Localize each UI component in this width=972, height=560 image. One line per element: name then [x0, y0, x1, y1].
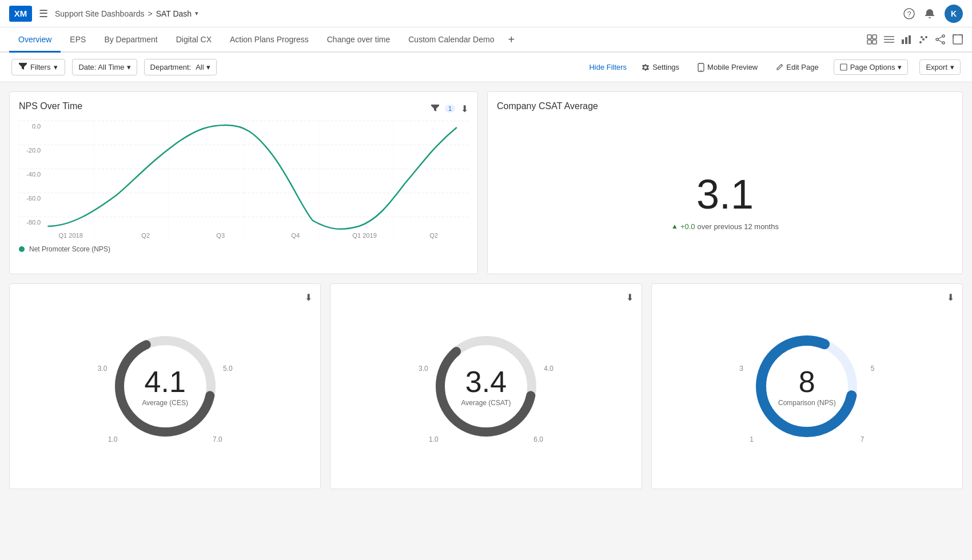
csat-change: ▲ +0.0 over previous 12 months: [671, 222, 779, 231]
settings-button[interactable]: Settings: [638, 61, 683, 74]
breadcrumb-separator: >: [148, 9, 152, 18]
list-icon[interactable]: [884, 35, 894, 43]
breadcrumb-parent[interactable]: Support Site Dashboards: [55, 9, 144, 18]
bottom-row: ⬇ 3.0 5.0 1.0 7.0 4.1 Av: [9, 283, 963, 489]
hide-filters-button[interactable]: Hide Filters: [589, 63, 627, 71]
share-icon[interactable]: [935, 34, 946, 45]
svg-text:-20.0: -20.0: [26, 147, 41, 154]
ces-tick-right: 5.0: [223, 365, 233, 373]
svg-point-16: [942, 35, 945, 37]
help-icon[interactable]: ?: [903, 8, 915, 19]
svg-text:Q1 2019: Q1 2019: [352, 232, 376, 239]
svg-text:?: ?: [907, 10, 911, 18]
edit-page-label: Edit Page: [786, 63, 818, 71]
filter-bar: Filters ▾ Date: All Time ▾ Department: A…: [0, 53, 972, 82]
export-button[interactable]: Export ▾: [919, 59, 961, 75]
nps-chart: 0.0 -20.0 -40.0 -60.0 -80.0 Q1 2018 Q2 Q…: [19, 121, 468, 241]
department-filter-value: All: [196, 63, 204, 71]
breadcrumb: Support Site Dashboards > SAT Dash ▾: [55, 9, 198, 18]
svg-rect-11: [909, 35, 911, 44]
ces-label: Average (CES): [142, 399, 188, 407]
department-filter-label: Department:: [150, 63, 192, 71]
csat-gauge-download-icon[interactable]: ⬇: [626, 292, 634, 303]
tab-by-department[interactable]: By Department: [95, 27, 166, 53]
filters-label: Filters: [30, 63, 50, 71]
main-content: NPS Over Time 1 ⬇: [0, 82, 972, 560]
tab-overview[interactable]: Overview: [9, 27, 61, 53]
nps-widget-header: NPS Over Time 1 ⬇: [19, 101, 468, 116]
ces-download-icon[interactable]: ⬇: [305, 292, 312, 303]
tab-change-over-time[interactable]: Change over time: [318, 27, 400, 53]
svg-point-13: [922, 38, 925, 41]
csat-up-icon: ▲: [671, 222, 678, 230]
nps-download-icon[interactable]: ⬇: [461, 103, 468, 114]
tab-digital-cx[interactable]: Digital CX: [167, 27, 221, 53]
svg-text:-40.0: -40.0: [26, 171, 41, 178]
avatar: K: [945, 5, 963, 23]
tab-bar: Overview EPS By Department Digital CX Ac…: [0, 27, 972, 53]
svg-rect-24: [840, 64, 847, 70]
csat-widget-title: Company CSAT Average: [497, 101, 598, 111]
svg-text:-60.0: -60.0: [26, 195, 41, 202]
date-filter[interactable]: Date: All Time ▾: [72, 59, 137, 75]
nps-widget-title: NPS Over Time: [19, 101, 82, 111]
date-chevron-icon: ▾: [127, 63, 131, 71]
nps-legend: Net Promoter Score (NPS): [19, 245, 468, 253]
svg-point-12: [919, 41, 922, 43]
ces-tick-left: 3.0: [98, 365, 107, 373]
department-chevron-icon: ▾: [206, 63, 210, 71]
csat-change-suffix: over previous 12 months: [698, 222, 779, 231]
svg-rect-9: [902, 39, 904, 44]
svg-text:Q2: Q2: [141, 232, 150, 239]
xm-logo: XM: [9, 6, 32, 22]
dashboard-grid-icon[interactable]: [867, 34, 877, 45]
nps-legend-dot: [19, 246, 25, 252]
svg-rect-2: [867, 35, 871, 39]
page-options-button[interactable]: Page Options ▾: [834, 59, 909, 75]
tab-custom-calendar[interactable]: Custom Calendar Demo: [399, 27, 503, 53]
nps-legend-label: Net Promoter Score (NPS): [29, 245, 110, 253]
export-chevron-icon: ▾: [950, 63, 954, 71]
csat-average-widget: Company CSAT Average 3.1 ▲ +0.0 over pre…: [487, 91, 963, 274]
tab-eps[interactable]: EPS: [61, 27, 95, 53]
scatter-icon[interactable]: [918, 34, 929, 45]
department-filter[interactable]: Department: All ▾: [144, 59, 217, 75]
filter-icon: [19, 63, 27, 71]
nav-icons: ? K: [903, 5, 963, 23]
svg-text:Q3: Q3: [216, 232, 225, 239]
svg-text:0.0: 0.0: [32, 123, 41, 130]
export-label: Export: [926, 63, 947, 71]
csat-gauge-widget: ⬇ 3.0 4.0 1.0 6.0 3.4 Average (CSAT): [330, 283, 642, 489]
breadcrumb-current[interactable]: SAT Dash: [156, 9, 192, 18]
mobile-preview-button[interactable]: Mobile Preview: [694, 61, 761, 74]
nps-gauge-tick-right: 5: [871, 365, 875, 373]
nps-gauge-min: 1: [750, 435, 754, 443]
top-nav: XM ☰ Support Site Dashboards > SAT Dash …: [0, 0, 972, 27]
svg-point-15: [921, 36, 923, 38]
nps-filter-count: 1: [445, 105, 455, 113]
nps-header-icons: 1 ⬇: [431, 103, 468, 114]
svg-rect-10: [905, 37, 907, 44]
hamburger-menu[interactable]: ☰: [39, 7, 48, 20]
nps-comparison-gauge: 3 5 1 7 8 Comparison (NPS): [744, 323, 870, 449]
bar-chart-icon[interactable]: [901, 35, 911, 44]
edit-page-button[interactable]: Edit Page: [772, 61, 822, 74]
nps-gauge-download-icon[interactable]: ⬇: [947, 292, 954, 303]
ces-gauge-widget: ⬇ 3.0 5.0 1.0 7.0 4.1 Av: [9, 283, 321, 489]
nps-filter-icon[interactable]: [431, 104, 439, 113]
bell-icon[interactable]: [924, 8, 935, 19]
nps-gauge-label: Comparison (NPS): [778, 399, 836, 407]
csat-value: 3.1: [696, 171, 754, 218]
tab-action-plans[interactable]: Action Plans Progress: [221, 27, 318, 53]
csat-widget-header: Company CSAT Average: [497, 101, 953, 116]
svg-rect-27: [19, 121, 468, 241]
filters-button[interactable]: Filters ▾: [11, 59, 65, 75]
svg-line-19: [938, 37, 942, 39]
ces-min: 1.0: [108, 435, 118, 443]
svg-point-18: [942, 42, 945, 44]
svg-text:Q4: Q4: [291, 232, 300, 239]
expand-icon[interactable]: [953, 34, 963, 45]
top-row: NPS Over Time 1 ⬇: [9, 91, 963, 274]
tab-add-button[interactable]: +: [508, 33, 515, 46]
filter-right-actions: Hide Filters Settings Mobile Preview Edi…: [589, 59, 961, 75]
